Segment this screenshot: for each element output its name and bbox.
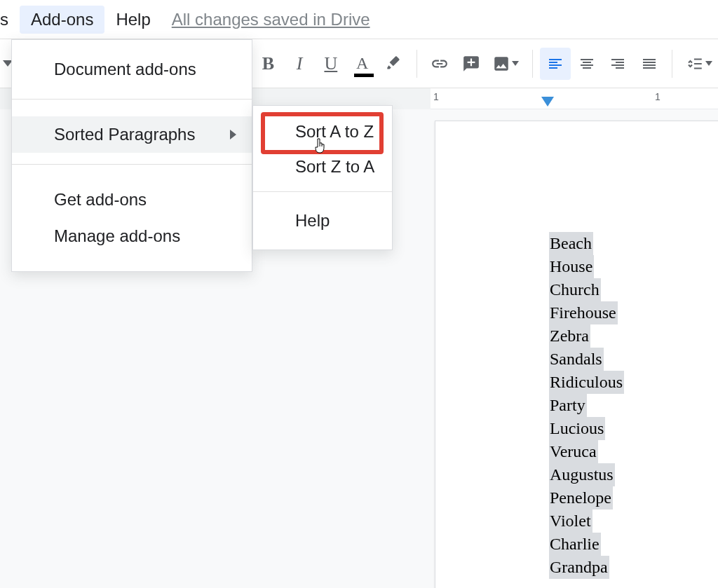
- menu-item-label: Sorted Paragraphs: [54, 125, 195, 144]
- doc-line: Penelope: [549, 486, 613, 510]
- addons-dropdown: Document add-ons Sorted Paragraphs Get a…: [11, 39, 252, 272]
- doc-line: Augustus: [549, 463, 615, 486]
- italic-button[interactable]: I: [284, 48, 316, 80]
- align-center-icon: [578, 55, 595, 72]
- toolbar-separator: [416, 50, 417, 78]
- ruler-indent-marker[interactable]: [541, 97, 554, 107]
- doc-line: Veruca: [549, 440, 598, 463]
- add-comment-button[interactable]: [455, 48, 487, 80]
- menu-sorted-paragraphs[interactable]: Sorted Paragraphs: [12, 116, 252, 153]
- document-text[interactable]: Beach House Church Firehouse Zebra Sanda…: [549, 232, 624, 579]
- saved-status[interactable]: All changes saved in Drive: [172, 10, 370, 29]
- ruler-tick: 1: [433, 91, 439, 102]
- doc-line: House: [549, 255, 594, 278]
- highlight-button[interactable]: [378, 48, 409, 80]
- image-icon: [492, 55, 510, 73]
- menu-help[interactable]: Help: [104, 6, 161, 34]
- menu-divider: [12, 164, 252, 165]
- toolbar-separator: [532, 50, 533, 78]
- highlighter-icon: [384, 55, 402, 73]
- line-spacing-icon: [686, 55, 704, 73]
- doc-line: Party: [549, 394, 587, 417]
- align-justify-button[interactable]: [634, 48, 665, 80]
- menu-document-addons[interactable]: Document add-ons: [12, 51, 252, 88]
- align-right-icon: [609, 55, 626, 72]
- insert-image-button[interactable]: [487, 48, 524, 80]
- align-right-button[interactable]: [602, 48, 634, 80]
- insert-link-button[interactable]: [424, 48, 456, 80]
- menu-divider: [253, 191, 392, 192]
- menu-sort-a-to-z[interactable]: Sort A to Z: [253, 114, 392, 149]
- doc-line: Firehouse: [549, 301, 618, 324]
- menu-divider: [12, 99, 252, 100]
- sorted-paragraphs-submenu: Sort A to Z Sort Z to A Help: [252, 105, 393, 250]
- underline-button[interactable]: U: [315, 48, 346, 80]
- menu-sort-z-to-a[interactable]: Sort Z to A: [253, 149, 392, 184]
- menu-manage-addons[interactable]: Manage add-ons: [12, 218, 252, 254]
- chevron-down-icon: [512, 61, 519, 66]
- doc-line: Lucious: [549, 417, 605, 440]
- comment-icon: [462, 55, 480, 73]
- document-page[interactable]: Beach House Church Firehouse Zebra Sanda…: [435, 121, 718, 588]
- menu-get-addons[interactable]: Get add-ons: [12, 182, 252, 218]
- line-spacing-button[interactable]: [679, 48, 717, 80]
- align-left-icon: [547, 55, 564, 72]
- doc-line: Sandals: [549, 348, 604, 371]
- menu-truncated[interactable]: s: [0, 6, 20, 34]
- doc-line: Grandpa: [549, 556, 609, 579]
- menubar: s Add-ons Help All changes saved in Driv…: [0, 0, 718, 39]
- doc-line: Violet: [549, 510, 592, 533]
- doc-line: Zebra: [549, 324, 590, 348]
- align-justify-icon: [641, 55, 658, 72]
- align-left-button[interactable]: [540, 48, 571, 80]
- chevron-down-icon: [705, 61, 712, 66]
- chevron-right-icon: [230, 130, 236, 139]
- bold-button[interactable]: B: [252, 48, 284, 80]
- doc-line: Beach: [549, 232, 593, 255]
- doc-line: Charlie: [549, 533, 601, 556]
- link-icon: [431, 55, 449, 73]
- doc-line: Church: [549, 278, 601, 301]
- toolbar-separator: [672, 50, 672, 78]
- menu-add-ons[interactable]: Add-ons: [20, 6, 104, 34]
- align-center-button[interactable]: [571, 48, 602, 80]
- menu-addon-help[interactable]: Help: [253, 203, 392, 238]
- ruler-tick: 1: [655, 91, 661, 102]
- text-color-button[interactable]: A: [346, 48, 378, 80]
- doc-line: Ridiculous: [549, 371, 624, 394]
